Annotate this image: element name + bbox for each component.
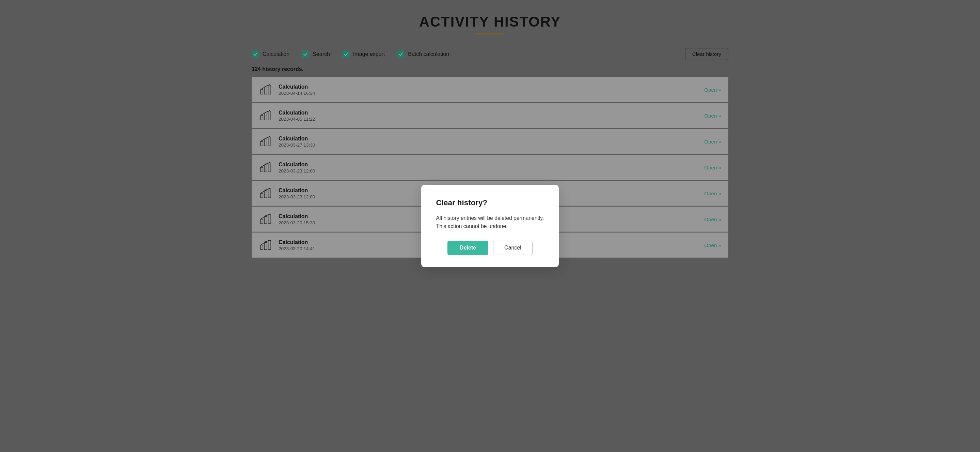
cancel-button[interactable]: Cancel — [493, 241, 533, 255]
modal-actions: Delete Cancel — [436, 241, 544, 255]
delete-button[interactable]: Delete — [447, 241, 488, 255]
modal-body-line2: This action cannot be undone. — [436, 223, 508, 229]
clear-history-modal: Clear history? All history entries will … — [421, 185, 559, 268]
modal-body: All history entries will be deleted perm… — [436, 214, 544, 231]
modal-title: Clear history? — [436, 198, 544, 207]
modal-body-line1: All history entries will be deleted perm… — [436, 215, 544, 221]
modal-overlay: Clear history? All history entries will … — [0, 0, 980, 452]
